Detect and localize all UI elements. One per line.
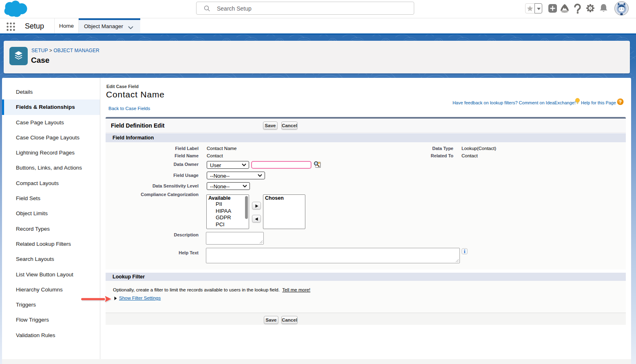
svg-text:?: ? xyxy=(619,99,622,104)
